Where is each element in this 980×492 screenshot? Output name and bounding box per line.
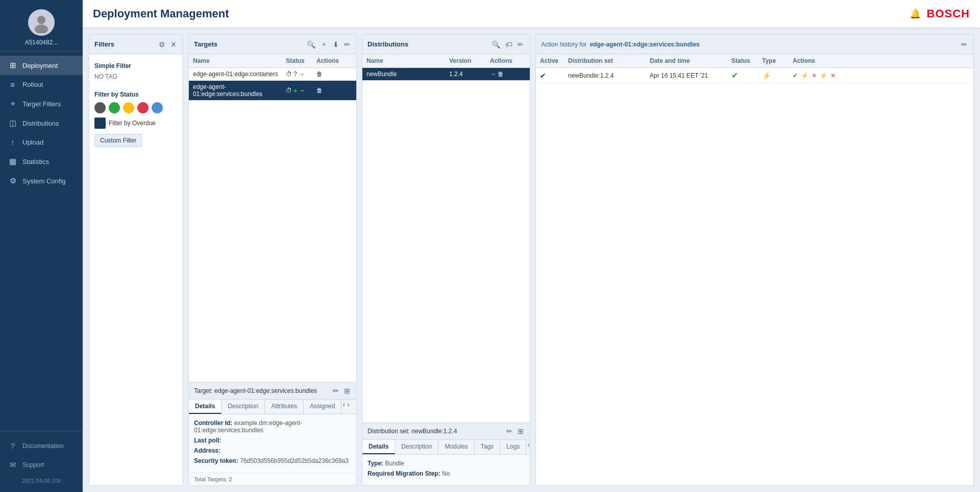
field-value: No: [442, 470, 450, 477]
assign-icon[interactable]: →: [490, 71, 496, 78]
target-row-name: edge-agent-01:edge:services:bundles: [193, 83, 286, 98]
sidebar-system-config-icon: ⚙: [8, 176, 17, 185]
dist-tab-modules[interactable]: Modules: [438, 440, 474, 454]
field-label: Required Migration Step:: [368, 470, 440, 477]
status-circle-2[interactable]: [123, 102, 134, 113]
filter-overdue[interactable]: Filter by Overdue: [94, 118, 178, 129]
targets-download-icon[interactable]: ⬇: [332, 40, 340, 49]
filters-panel-header: Filters ⚙ ✕: [89, 35, 183, 54]
field-value: 76d503d556b955d2d52b5da236c369a3: [240, 457, 349, 464]
history-col-active: Active: [540, 57, 568, 64]
history-col-actions: Actions: [793, 57, 839, 64]
target-tab-assigned[interactable]: Assigned: [304, 400, 341, 414]
sidebar-item-support[interactable]: ✉Support: [0, 455, 83, 475]
target-tab-description[interactable]: Description: [222, 400, 265, 414]
dist-tab-description[interactable]: Description: [395, 440, 438, 454]
history-table-body: ✔ newBundle:1.2.4 Apr 16 15:41 EET '21 ✔…: [536, 68, 973, 83]
sidebar-item-upload[interactable]: ↑Upload: [0, 133, 83, 152]
distribution-detail-label: Distribution set:: [368, 428, 411, 435]
history-row[interactable]: ✔ newBundle:1.2.4 Apr 16 15:41 EET '21 ✔…: [536, 68, 973, 83]
filter-status-title: Filter by Status: [94, 88, 178, 100]
sidebar-bottom: ?Documentation✉Support2021.04.08.109: [0, 431, 83, 492]
no-tag-label[interactable]: NO TAG: [94, 72, 178, 82]
target-tab-details[interactable]: Details: [189, 400, 222, 414]
table-row[interactable]: newBundle 1.2.4 → 🗑: [362, 68, 530, 81]
target-detail-title: Target: edge-agent-01:edge:services:bund…: [194, 387, 317, 394]
bosch-logo: BOSCH: [927, 7, 970, 20]
history-action-bolt2-icon[interactable]: ⚡: [820, 72, 827, 79]
delete-icon[interactable]: 🗑: [316, 87, 323, 94]
sidebar-item-system-config[interactable]: ⚙System Config: [0, 171, 83, 191]
distributions-panel: Distributions 🔍 🏷 ✏ Name Version Actions…: [362, 34, 530, 486]
custom-filter-button[interactable]: Custom Filter: [94, 134, 142, 147]
status-circle-3[interactable]: [137, 102, 149, 113]
dist-tab-details[interactable]: Details: [362, 440, 395, 454]
targets-panel-header: Targets 🔍 ＋ ⬇ ✏: [189, 35, 356, 54]
target-detail-label: Target:: [194, 387, 214, 394]
sidebar-username[interactable]: A5140482...: [25, 39, 58, 46]
sidebar-item-documentation[interactable]: ?Documentation: [0, 436, 83, 455]
history-actions: ✔ ⚡ ✕ ⚡ ✕: [793, 72, 839, 79]
distributions-panel-title: Distributions: [368, 40, 408, 48]
distribution-detail-tabs: DetailsDescriptionModulesTagsLogs‹›: [362, 440, 530, 455]
dist-delete-icon[interactable]: 🗑: [498, 71, 504, 78]
clock-icon: ⏱: [286, 87, 292, 94]
status-circle-0[interactable]: [94, 102, 106, 113]
filters-settings-icon[interactable]: ⚙: [158, 40, 166, 49]
sidebar-item-distributions[interactable]: ◫Distributions: [0, 113, 83, 133]
filters-header-actions: ⚙ ✕: [158, 40, 178, 49]
history-action-bolt-icon[interactable]: ⚡: [801, 72, 808, 79]
target-row-actions: 🗑: [316, 71, 352, 78]
field-label: Security token:: [194, 457, 238, 464]
status-circle-1[interactable]: [109, 102, 120, 113]
table-row[interactable]: edge-agent-01:edge:containers ⏱ ? → 🗑: [189, 68, 356, 81]
sidebar-item-deployment[interactable]: ⊞Deployment: [0, 56, 83, 75]
table-row[interactable]: edge-agent-01:edge:services:bundles ⏱ ● …: [189, 81, 356, 101]
sidebar-item-label: Target Filters: [22, 100, 61, 108]
svg-point-0: [37, 16, 45, 24]
distribution-detail-edit-icon[interactable]: ✏: [505, 427, 513, 436]
history-action-cancel-icon[interactable]: ✕: [812, 72, 817, 79]
distributions-edit-icon[interactable]: ✏: [517, 40, 525, 49]
targets-add-icon[interactable]: ＋: [320, 39, 329, 50]
clock-icon: ⏱: [286, 71, 292, 78]
filters-close-icon[interactable]: ✕: [169, 40, 178, 49]
sidebar-item-target-filters[interactable]: ⌖Target Filters: [0, 94, 83, 113]
check-icon: ●: [293, 87, 297, 94]
dist-tab-tags[interactable]: Tags: [475, 440, 500, 454]
target-tab-next-icon[interactable]: ›: [346, 400, 351, 414]
delete-icon[interactable]: 🗑: [316, 71, 323, 78]
filters-body: Simple Filter NO TAG Filter by Status Fi…: [89, 54, 183, 485]
target-detail-grid-icon[interactable]: ⊞: [343, 386, 351, 395]
distribution-detail-grid-icon[interactable]: ⊞: [517, 427, 525, 436]
targets-edit-icon[interactable]: ✏: [343, 40, 351, 49]
target-tab-attributes[interactable]: Attributes: [265, 400, 304, 414]
history-action-x-icon[interactable]: ✕: [830, 72, 836, 79]
filters-panel: Filters ⚙ ✕ Simple Filter NO TAG Filter …: [89, 34, 183, 486]
bell-icon[interactable]: 🔔: [910, 8, 921, 19]
targets-table-header: Name Status Actions: [189, 54, 356, 68]
sidebar-item-label: Upload: [22, 138, 43, 146]
targets-search-icon[interactable]: 🔍: [306, 40, 316, 49]
dist-tab-prev-icon[interactable]: ‹: [526, 440, 530, 454]
active-check-icon: ✔: [540, 72, 546, 80]
history-action-check-icon[interactable]: ✔: [793, 72, 798, 79]
target-detail-body: Controller Id: example.dm:edge-agent-01:…: [189, 414, 356, 473]
sidebar-item-label: Distributions: [22, 120, 59, 127]
target-detail-edit-icon[interactable]: ✏: [332, 386, 340, 395]
distributions-search-icon[interactable]: 🔍: [491, 40, 501, 49]
history-table-header: Active Distribution set Date and time St…: [536, 54, 973, 68]
targets-col-name: Name: [193, 57, 286, 64]
status-circle-4[interactable]: [152, 102, 163, 113]
history-edit-icon[interactable]: ✏: [960, 40, 968, 49]
dist-tab-logs[interactable]: Logs: [500, 440, 526, 454]
targets-col-actions: Actions: [316, 57, 352, 64]
distribution-detail-header: Distribution set: newBundle:1.2.4 ✏ ⊞: [362, 423, 530, 440]
target-detail-tabs: DetailsDescriptionAttributesAssigned‹›: [189, 400, 356, 414]
status-success-icon: ✔: [731, 71, 738, 80]
distributions-tag-icon[interactable]: 🏷: [504, 40, 513, 49]
sidebar-item-statistics[interactable]: ▦Statistics: [0, 152, 83, 171]
sidebar-item-rollout[interactable]: ≡Rollout: [0, 75, 83, 94]
sidebar-version: 2021.04.08.109: [0, 475, 83, 487]
target-tab-prev-icon[interactable]: ‹: [341, 400, 346, 414]
